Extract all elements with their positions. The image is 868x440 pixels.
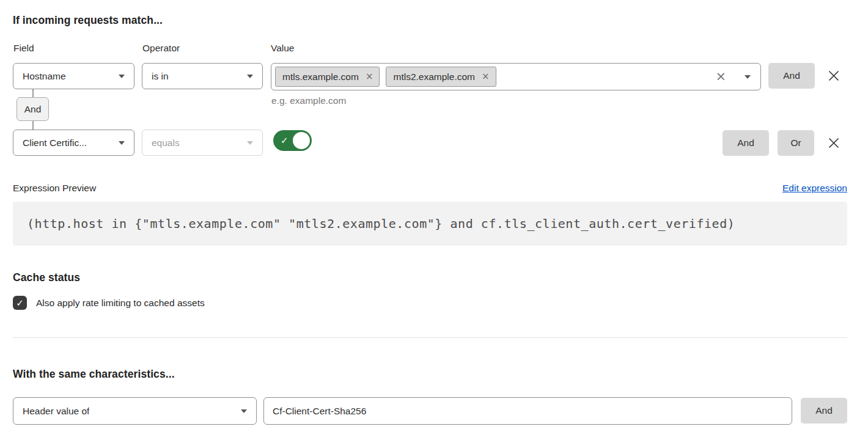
and-button-row2[interactable]: And [723, 130, 769, 156]
operator-select-row1[interactable]: is in [142, 63, 263, 89]
value-multiselect-row1[interactable]: mtls.example.com × mtls2.example.com × × [271, 63, 761, 90]
operator-select-row2-value: equals [152, 138, 180, 148]
chevron-down-icon [119, 75, 125, 78]
field-select-row1[interactable]: Hostname [13, 63, 134, 89]
cached-assets-checkbox[interactable]: ✓ [13, 296, 27, 310]
remove-condition-icon-row2[interactable] [826, 136, 841, 150]
close-icon [827, 69, 840, 82]
rate-limit-rule-builder: If incoming requests match... Field Oper… [0, 0, 868, 440]
value-tag-label: mtls2.example.com [393, 72, 475, 82]
characteristic-header-input[interactable] [263, 397, 792, 425]
expression-preview-label: Expression Preview [13, 183, 96, 194]
match-section-heading: If incoming requests match... [13, 14, 163, 27]
value-tag: mtls2.example.com × [386, 67, 496, 87]
value-helper-text: e.g. example.com [271, 95, 346, 106]
check-icon: ✓ [281, 134, 289, 147]
chevron-down-icon [241, 409, 247, 413]
remove-tag-icon[interactable]: × [366, 72, 373, 81]
remove-tag-icon[interactable]: × [482, 72, 490, 81]
section-divider [13, 337, 847, 338]
value-tag-label: mtls.example.com [282, 72, 359, 82]
field-select-row2[interactable]: Client Certific... [13, 130, 134, 156]
field-select-row2-value: Client Certific... [23, 138, 87, 148]
chevron-down-icon [247, 141, 253, 145]
field-select-row1-value: Hostname [23, 71, 66, 82]
or-button-row2[interactable]: Or [778, 130, 814, 156]
and-button-characteristics[interactable]: And [801, 398, 847, 424]
check-icon: ✓ [16, 298, 24, 309]
connector-line [32, 89, 34, 97]
chevron-down-icon[interactable] [745, 75, 751, 79]
edit-expression-link[interactable]: Edit expression [782, 183, 847, 194]
cache-status-heading: Cache status [13, 271, 80, 284]
field-label: Field [13, 43, 34, 54]
value-tag: mtls.example.com × [275, 67, 380, 87]
value-toggle-on[interactable]: ✓ [273, 130, 312, 151]
characteristic-select-value: Header value of [23, 406, 89, 417]
and-connector-chip[interactable]: And [17, 97, 49, 121]
close-icon [827, 136, 840, 150]
remove-condition-icon-row1[interactable] [826, 68, 841, 83]
chevron-down-icon [119, 141, 125, 145]
expression-code: (http.host in {"mtls.example.com" "mtls2… [13, 202, 847, 246]
clear-values-icon[interactable]: × [715, 70, 726, 83]
operator-select-row2-disabled: equals [142, 130, 263, 156]
operator-select-row1-value: is in [152, 71, 169, 82]
value-label: Value [271, 43, 295, 54]
characteristics-heading: With the same characteristics... [13, 368, 175, 381]
and-button-row1[interactable]: And [768, 63, 815, 89]
cached-assets-checkbox-label: Also apply rate limiting to cached asset… [36, 298, 205, 309]
characteristic-select[interactable]: Header value of [13, 397, 257, 425]
chevron-down-icon [247, 75, 253, 78]
connector-line [32, 121, 34, 130]
operator-label: Operator [142, 43, 180, 54]
toggle-knob [293, 132, 310, 149]
